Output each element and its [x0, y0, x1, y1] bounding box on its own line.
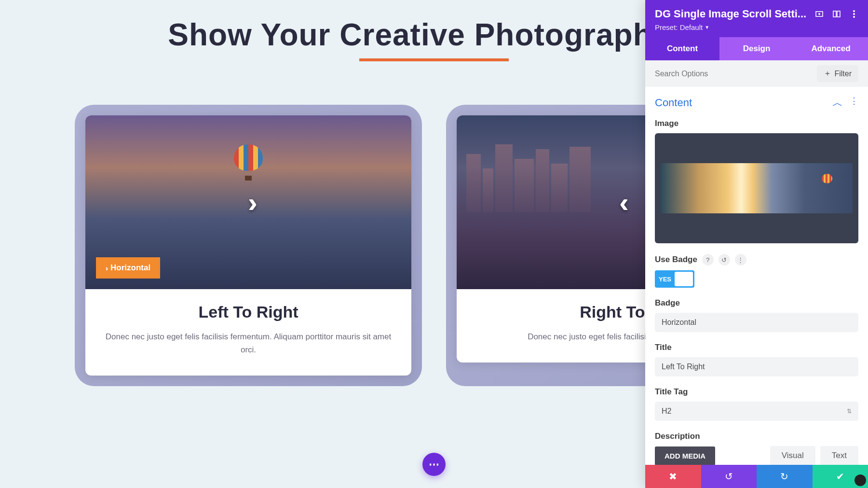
- tab-advanced[interactable]: Advanced: [794, 37, 868, 60]
- image-label: Image: [655, 119, 678, 128]
- card-body: Left To Right Donec nec justo eget felis…: [85, 289, 411, 376]
- caret-down-icon: ▼: [705, 25, 709, 30]
- search-input[interactable]: [655, 70, 817, 78]
- search-row: ＋ Filter: [645, 60, 868, 87]
- filter-label: Filter: [834, 70, 852, 78]
- kebab-icon[interactable]: ⋮: [850, 96, 858, 110]
- toggle-yes-label: YES: [659, 276, 671, 283]
- corner-handle[interactable]: [854, 474, 866, 486]
- image-preview[interactable]: [655, 133, 858, 243]
- badge-input[interactable]: Horizontal: [655, 313, 858, 332]
- badge-chip: ›› Horizontal: [96, 257, 160, 279]
- panel-footer: ✖ ↺ ↻ ✔: [645, 465, 868, 488]
- svg-point-4: [853, 10, 855, 12]
- editor-tab-visual[interactable]: Visual: [770, 446, 815, 465]
- use-badge-label: Use Badge: [655, 255, 697, 265]
- kebab-icon[interactable]: [850, 10, 858, 18]
- tab-content[interactable]: Content: [645, 37, 719, 60]
- title-tag-value: H2: [662, 407, 671, 416]
- card-image[interactable]: ›› ›› Horizontal: [85, 115, 411, 289]
- card-title: Left To Right: [105, 303, 392, 321]
- panel-body: Content ︿ ⋮ Image Use Badge ? ↺ ⋮ YES Ba…: [645, 87, 868, 465]
- chevron-up-icon[interactable]: ︿: [832, 96, 843, 110]
- settings-panel: DG Single Image Scroll Setti... Preset: …: [645, 0, 868, 488]
- section-title: Content: [655, 97, 692, 109]
- svg-point-1: [818, 13, 820, 15]
- check-icon: ✔: [836, 471, 844, 482]
- title-input[interactable]: Left To Right: [655, 357, 858, 376]
- title-label: Title: [655, 343, 672, 352]
- chevron-right-icon: ››: [248, 187, 248, 218]
- panel-title: DG Single Image Scroll Setti...: [655, 8, 808, 20]
- svg-rect-2: [833, 11, 836, 17]
- title-tag-select[interactable]: H2 ⇅: [655, 402, 858, 421]
- plus-icon: ＋: [824, 69, 831, 79]
- use-badge-toggle[interactable]: YES: [655, 270, 694, 288]
- balloon-icon: [234, 144, 263, 181]
- card-description: Donec nec justo eget felis facilisis fer…: [105, 330, 392, 356]
- redo-button[interactable]: ↻: [757, 465, 813, 488]
- title-tag-label: Title Tag: [655, 387, 688, 397]
- tab-design[interactable]: Design: [719, 37, 794, 60]
- svg-point-6: [853, 16, 855, 18]
- close-icon: ✖: [669, 471, 677, 482]
- cancel-button[interactable]: ✖: [645, 465, 701, 488]
- undo-icon: ↺: [725, 471, 733, 482]
- add-media-button[interactable]: ADD MEDIA: [655, 446, 715, 465]
- editor-tab-text[interactable]: Text: [820, 446, 858, 465]
- expand-icon[interactable]: [815, 10, 824, 18]
- panel-header: DG Single Image Scroll Setti... Preset: …: [645, 0, 868, 37]
- section-header-content[interactable]: Content ︿ ⋮: [655, 96, 858, 110]
- svg-rect-3: [837, 11, 840, 17]
- description-label: Description: [655, 432, 700, 441]
- badge-text: Horizontal: [110, 263, 150, 273]
- panel-tabs: Content Design Advanced: [645, 37, 868, 60]
- preset-selector[interactable]: Preset: Default ▼: [655, 23, 858, 31]
- toggle-knob: [675, 272, 693, 286]
- fab-more-button[interactable]: ⋯: [422, 453, 446, 476]
- svg-point-5: [853, 13, 855, 15]
- filter-button[interactable]: ＋ Filter: [817, 65, 858, 82]
- more-icon[interactable]: ⋮: [735, 254, 746, 265]
- card-inner: ›› ›› Horizontal Left To Right Donec nec…: [85, 115, 411, 376]
- card-1: ›› ›› Horizontal Left To Right Donec nec…: [75, 105, 422, 386]
- preset-label: Preset: Default: [655, 23, 703, 31]
- reset-icon[interactable]: ↺: [719, 254, 730, 265]
- badge-label: Badge: [655, 298, 680, 308]
- preview-balloon-icon: [822, 174, 832, 187]
- help-icon[interactable]: ?: [702, 254, 714, 265]
- undo-button[interactable]: ↺: [701, 465, 757, 488]
- dots-icon: ⋯: [429, 458, 439, 471]
- snap-icon[interactable]: [832, 10, 841, 18]
- redo-icon: ↻: [780, 471, 788, 482]
- title-underline: [359, 57, 509, 61]
- select-caret-icon: ⇅: [847, 408, 852, 415]
